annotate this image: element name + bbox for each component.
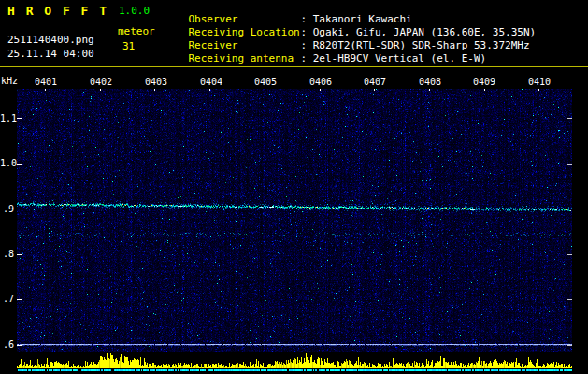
- app-version: 1.0.0: [119, 6, 150, 16]
- mode-label: meteor: [118, 26, 155, 36]
- time-tick-0408: 0408: [418, 78, 442, 87]
- info-value-antenna: : 2el-HB9CV Vertical (el. E-W): [301, 52, 487, 65]
- spectrogram-canvas: [17, 89, 572, 352]
- header-divider: [0, 66, 588, 67]
- info-row-antenna: Receiving antenna: 2el-HB9CV Vertical (e…: [164, 43, 486, 74]
- freq-tick-1p0: 1.0: [0, 159, 14, 168]
- freq-tick-0p7: .7: [0, 295, 14, 304]
- freq-unit-label: kHz: [1, 77, 18, 86]
- freq-tick-0p6: .6: [0, 340, 14, 350]
- activity-bargraph-canvas: [17, 352, 572, 371]
- time-tick-0401: 0401: [34, 78, 58, 87]
- echo-count: 31: [122, 41, 135, 51]
- time-tick-0405: 0405: [253, 78, 278, 87]
- hrofft-output: H R O F F T 1.0.0 meteor 2511140400.png …: [0, 0, 588, 374]
- time-tick-0406: 0406: [308, 78, 333, 87]
- app-title: H R O F F T: [7, 5, 108, 17]
- freq-tick-0p9: .9: [0, 205, 14, 214]
- datetime-label: 25.11.14 04:00: [7, 49, 94, 59]
- time-tick-0404: 0404: [199, 78, 223, 87]
- time-tick-0403: 0403: [144, 78, 168, 87]
- freq-tick-1p1: 1.1: [0, 114, 14, 123]
- info-label-antenna: Receiving antenna: [189, 53, 301, 64]
- time-tick-0410: 0410: [527, 78, 552, 87]
- time-tick-0402: 0402: [89, 78, 113, 87]
- time-tick-0409: 0409: [472, 78, 496, 87]
- time-tick-0407: 0407: [363, 78, 387, 87]
- freq-tick-0p8: .8: [0, 250, 14, 259]
- output-filename: 2511140400.png: [7, 35, 94, 45]
